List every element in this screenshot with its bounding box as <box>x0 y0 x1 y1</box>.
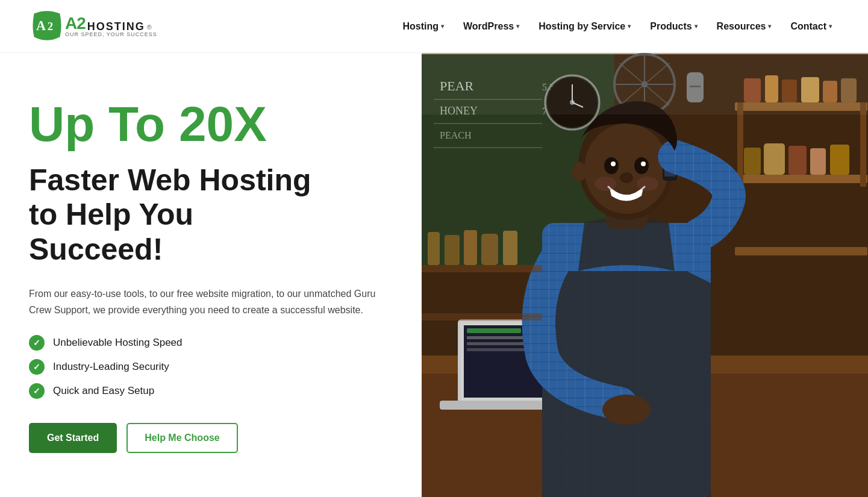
svg-rect-80 <box>422 265 542 272</box>
hero-section: Up To 20X Faster Web Hosting to Help You… <box>0 53 868 497</box>
svg-rect-31 <box>788 146 807 175</box>
svg-rect-32 <box>810 148 826 175</box>
hero-description: From our easy-to-use tools, to our free … <box>29 286 393 318</box>
check-icon-setup <box>29 383 45 399</box>
chevron-down-icon: ▾ <box>516 23 519 30</box>
help-me-choose-button[interactable]: Help Me Choose <box>126 423 237 453</box>
svg-point-72 <box>620 173 632 183</box>
svg-point-69 <box>634 157 649 174</box>
svg-point-68 <box>604 157 619 174</box>
cta-buttons: Get Started Help Me Choose <box>29 423 393 453</box>
nav-item-resources[interactable]: Resources ▾ <box>710 16 779 37</box>
svg-text:PEACH: PEACH <box>440 130 472 140</box>
svg-rect-22 <box>860 102 866 187</box>
hero-image: PEAR HONEY PEACH 5.5 7 <box>422 53 868 497</box>
svg-rect-82 <box>428 232 440 265</box>
check-icon-speed <box>29 335 45 351</box>
hero-headline: Up To 20X <box>29 99 393 149</box>
hero-scene-svg: PEAR HONEY PEACH 5.5 7 <box>422 53 868 497</box>
svg-text:2: 2 <box>48 20 53 33</box>
svg-point-71 <box>641 161 646 166</box>
svg-rect-83 <box>445 235 460 265</box>
svg-point-79 <box>637 177 658 191</box>
logo-a2-text: A2 <box>65 15 86 32</box>
hero-subtitle: Faster Web Hosting to Help You Succeed! <box>29 163 393 267</box>
get-started-button[interactable]: Get Started <box>29 423 117 453</box>
nav-item-hosting-by-service[interactable]: Hosting by Service ▾ <box>531 16 638 37</box>
chevron-down-icon: ▾ <box>768 23 771 30</box>
logo[interactable]: A 2 A2 HOSTING ® OUR SPEED, YOUR SUCCESS <box>29 8 157 45</box>
logo-hosting-label: HOSTING <box>87 21 145 32</box>
check-icon-security <box>29 359 45 375</box>
hero-content: Up To 20X Faster Web Hosting to Help You… <box>0 53 422 497</box>
logo-registered: ® <box>147 24 152 31</box>
feature-list: Unbelievable Hosting Speed Industry-Lead… <box>29 335 393 399</box>
nav-item-products[interactable]: Products ▾ <box>643 16 704 37</box>
svg-rect-29 <box>744 148 761 175</box>
chevron-down-icon: ▾ <box>695 23 698 30</box>
svg-rect-33 <box>830 145 849 175</box>
svg-point-70 <box>611 161 616 166</box>
svg-rect-19 <box>735 175 867 183</box>
logo-icon: A 2 <box>29 8 65 45</box>
svg-text:A: A <box>36 18 46 33</box>
nav-item-hosting[interactable]: Hosting ▾ <box>395 16 451 37</box>
svg-rect-86 <box>503 231 517 265</box>
navbar: A 2 A2 HOSTING ® OUR SPEED, YOUR SUCCESS… <box>0 0 868 53</box>
svg-rect-30 <box>764 143 785 175</box>
svg-rect-48 <box>467 328 521 333</box>
svg-rect-20 <box>735 247 867 255</box>
svg-rect-85 <box>481 234 498 265</box>
svg-rect-21 <box>737 102 743 187</box>
svg-rect-87 <box>422 54 868 114</box>
feature-item-setup: Quick and Easy Setup <box>29 383 393 399</box>
chevron-down-icon: ▾ <box>829 23 832 30</box>
feature-item-security: Industry-Leading Security <box>29 359 393 375</box>
chevron-down-icon: ▾ <box>441 23 444 30</box>
svg-point-74 <box>572 162 587 181</box>
svg-rect-84 <box>464 230 477 265</box>
nav-item-wordpress[interactable]: WordPress ▾ <box>456 16 526 37</box>
svg-rect-81 <box>422 313 542 320</box>
nav-item-contact[interactable]: Contact ▾ <box>783 16 839 37</box>
logo-tagline: OUR SPEED, YOUR SUCCESS <box>65 32 157 37</box>
svg-point-78 <box>595 177 616 191</box>
nav-menu: Hosting ▾ WordPress ▾ Hosting by Service… <box>395 16 839 37</box>
feature-item-speed: Unbelievable Hosting Speed <box>29 335 393 351</box>
svg-point-77 <box>602 395 651 425</box>
chevron-down-icon: ▾ <box>628 23 631 30</box>
